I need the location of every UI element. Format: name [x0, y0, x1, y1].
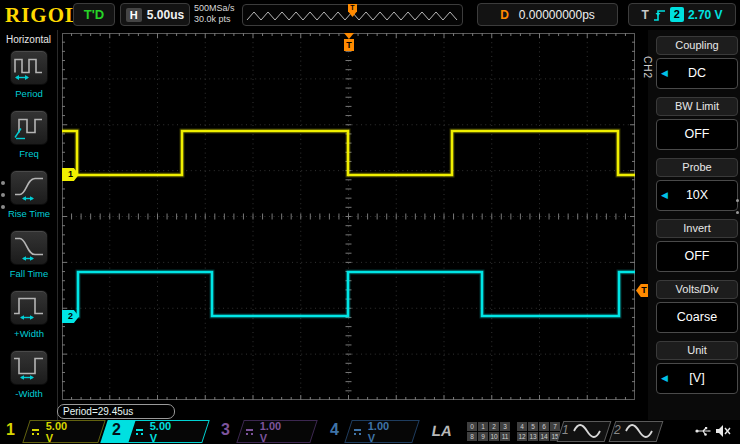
- menu-item-label: Volts/Div: [656, 280, 738, 299]
- memory-depth: 30.0k pts: [194, 14, 235, 25]
- trigger-level-value: 2.70 V: [688, 8, 723, 22]
- source1-sine-icon: [572, 423, 602, 439]
- menu-item-probe[interactable]: Probe ◀ 10X: [656, 158, 738, 214]
- menu-item-value[interactable]: ◀ DC: [656, 58, 738, 89]
- la-digit: 0: [467, 422, 477, 431]
- menu-channel-label: CH2: [642, 56, 653, 79]
- ch2-scale-content: 5.00 V: [136, 420, 173, 443]
- period-icon: [11, 51, 47, 84]
- la-digital-channels[interactable]: 0123456789101112131415: [467, 422, 562, 442]
- sidebar-item-label: +Width: [0, 328, 58, 339]
- measure-sidebar: Horizontal Period Freq Rise Tim: [0, 30, 58, 420]
- la-digit: 7: [550, 422, 560, 431]
- ch4-scale-value: 1.00 V: [368, 420, 392, 444]
- source2-sine-icon: [624, 423, 654, 439]
- sidebar-item-freq[interactable]: Freq: [0, 110, 58, 168]
- trigger-status-badge: T'D: [73, 3, 115, 26]
- trigger-position-t-icon: T: [344, 39, 354, 51]
- sidebar-item-neg-width[interactable]: -Width: [0, 350, 58, 408]
- left-arrow-icon: ◀: [661, 59, 668, 88]
- sidebar-item-label: Freq: [0, 148, 58, 159]
- la-status-label[interactable]: LA: [431, 422, 454, 439]
- menu-item-value-text: OFF: [685, 127, 710, 141]
- delay-d-icon: D: [500, 8, 509, 22]
- ch3-number: 3: [221, 421, 230, 439]
- trigger-source-badge: 2: [670, 7, 684, 22]
- sidebar-item-label: Period: [0, 88, 58, 99]
- menu-item-unit[interactable]: Unit ◀ [V]: [656, 341, 738, 397]
- menu-item-label: BW Limit: [656, 97, 738, 116]
- trace-ch2: [62, 272, 635, 316]
- ch4-scale-content: 1.00 V: [354, 420, 391, 443]
- menu-item-value[interactable]: ◀ Coarse: [656, 302, 738, 333]
- freq-icon: [11, 111, 47, 144]
- menu-item-value-text: 10X: [686, 188, 708, 202]
- sidebar-item-pos-width[interactable]: +Width: [0, 290, 58, 348]
- menu-item-label: Invert: [656, 219, 738, 238]
- dc-coupling-icon: [32, 429, 39, 435]
- delay-box[interactable]: D 0.00000000ps: [477, 3, 618, 26]
- menu-item-value-text: DC: [688, 66, 706, 80]
- la-digit: 10: [489, 432, 499, 441]
- oscilloscope-screen: RIGOL T'D H 5.00us 500MSa/s 30.0k pts T …: [0, 0, 740, 444]
- left-arrow-icon: ◀: [661, 364, 668, 393]
- ch3-scale-value: 1.00 V: [260, 420, 284, 444]
- menu-item-value[interactable]: ◀ OFF: [656, 241, 738, 272]
- menu-item-value-text: [V]: [689, 371, 704, 385]
- ch1-number: 1: [6, 421, 15, 439]
- sidebar-item-label: -Width: [0, 388, 58, 399]
- menu-item-label: Probe: [656, 158, 738, 177]
- horizontal-timebase-box[interactable]: H 5.00us: [120, 3, 190, 26]
- usb-icon: [695, 424, 711, 438]
- menu-item-bw-limit[interactable]: BW Limit ◀ OFF: [656, 97, 738, 153]
- sidebar-title: Horizontal: [0, 34, 57, 45]
- menu-item-label: Coupling: [656, 36, 738, 55]
- la-digit: 6: [539, 422, 549, 431]
- menu-item-value[interactable]: ◀ 10X: [656, 180, 738, 211]
- sample-rate: 500MSa/s: [194, 3, 235, 14]
- source1-number: 1: [562, 423, 569, 437]
- menu-item-value[interactable]: ◀ [V]: [656, 363, 738, 394]
- dc-coupling-icon: [246, 429, 253, 435]
- source2-number: 2: [614, 423, 621, 437]
- waveform-overview-strip[interactable]: T: [242, 4, 463, 26]
- sidebar-scroll-dots-icon: [1, 173, 5, 217]
- top-status-bar: RIGOL T'D H 5.00us 500MSa/s 30.0k pts T …: [0, 0, 740, 30]
- horizontal-h-icon: H: [126, 8, 142, 22]
- trigger-settings-box[interactable]: T 2 2.70 V: [628, 3, 736, 26]
- delay-value: 0.00000000ps: [519, 8, 595, 22]
- timebase-value: 5.00us: [147, 8, 184, 22]
- graticule-grid: [62, 33, 635, 400]
- channel-menu-panel: CH2 Coupling ◀ DC BW Limit ◀ OFF Probe ◀…: [648, 30, 740, 420]
- la-digit: 2: [489, 422, 499, 431]
- la-digit: 4: [517, 422, 527, 431]
- ch3-scale-content: 1.00 V: [246, 420, 283, 443]
- la-digit: 3: [500, 422, 510, 431]
- plus-width-icon: [11, 291, 47, 324]
- menu-item-volts-div[interactable]: Volts/Div ◀ Coarse: [656, 280, 738, 336]
- dc-coupling-icon: [354, 429, 361, 435]
- rising-edge-icon: [653, 8, 666, 22]
- menu-item-label: Unit: [656, 341, 738, 360]
- sidebar-item-label: Rise Time: [0, 208, 58, 219]
- trigger-position-marker[interactable]: T: [343, 33, 355, 52]
- menu-item-invert[interactable]: Invert ◀ OFF: [656, 219, 738, 275]
- menu-item-value-text: Coarse: [677, 310, 717, 324]
- la-digit: 14: [539, 432, 549, 441]
- waveform-display-area[interactable]: T 1 2 T: [62, 33, 635, 400]
- menu-page-dots-icon: [736, 190, 739, 223]
- sidebar-item-rise-time[interactable]: Rise Time: [0, 170, 58, 228]
- menu-item-value[interactable]: ◀ OFF: [656, 119, 738, 150]
- ch2-scale-value: 5.00 V: [150, 420, 174, 444]
- la-digit: 11: [500, 432, 510, 441]
- fall-time-icon: [11, 231, 47, 264]
- bottom-status-bar: 1 5.00 V 2 5.00 V 3 1.00 V: [0, 420, 740, 444]
- la-digit: 1: [478, 422, 488, 431]
- minus-width-icon: [11, 351, 47, 384]
- sidebar-item-period[interactable]: Period: [0, 50, 58, 108]
- la-digit: 5: [528, 422, 538, 431]
- ch1-scale-content: 5.00 V: [32, 420, 69, 443]
- sidebar-item-fall-time[interactable]: Fall Time: [0, 230, 58, 288]
- trace-ch1: [62, 131, 635, 175]
- menu-item-coupling[interactable]: Coupling ◀ DC: [656, 36, 738, 92]
